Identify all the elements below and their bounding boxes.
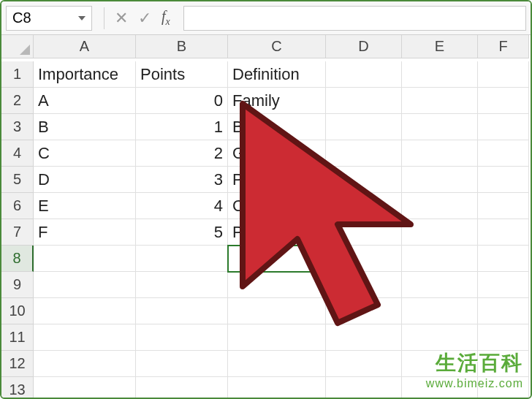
cell-B13[interactable] xyxy=(136,377,228,399)
cell-E5[interactable] xyxy=(402,167,478,193)
cell-E2[interactable] xyxy=(402,88,478,114)
cell-B6[interactable]: 4 xyxy=(136,193,228,219)
row-head-5[interactable]: 5 xyxy=(1,167,34,193)
cell-E1[interactable] xyxy=(402,61,478,88)
cell-A9[interactable] xyxy=(34,272,136,298)
cell-B2[interactable]: 0 xyxy=(136,88,228,114)
cell-F9[interactable] xyxy=(478,272,529,298)
cell-E4[interactable] xyxy=(402,140,478,167)
col-head-E[interactable]: E xyxy=(402,35,478,58)
cell-B9[interactable] xyxy=(136,272,228,298)
cell-C11[interactable] xyxy=(228,324,326,351)
cell-F8[interactable] xyxy=(478,246,529,272)
cell-F7[interactable] xyxy=(478,219,529,246)
cell-C9[interactable] xyxy=(228,272,326,298)
cell-A7[interactable]: F xyxy=(34,219,136,246)
row-head-13[interactable]: 13 xyxy=(1,377,34,399)
cell-F4[interactable] xyxy=(478,140,529,167)
cell-C4[interactable]: Girlfriend xyxy=(228,140,326,167)
spreadsheet-grid[interactable]: A B C D E F 1 Importance Points Definiti… xyxy=(1,35,531,399)
cell-D3[interactable] xyxy=(326,114,402,140)
cell-B8[interactable] xyxy=(136,246,228,272)
cell-D13[interactable] xyxy=(326,377,402,399)
cell-D12[interactable] xyxy=(326,351,402,377)
cell-C7[interactable]: Pets xyxy=(228,219,326,246)
cell-C10[interactable] xyxy=(228,298,326,324)
col-head-B[interactable]: B xyxy=(136,35,228,58)
cell-F3[interactable] xyxy=(478,114,529,140)
cell-B11[interactable] xyxy=(136,324,228,351)
row-head-8[interactable]: 8 xyxy=(1,246,34,272)
cell-A1[interactable]: Importance xyxy=(34,61,136,88)
cell-A4[interactable]: C xyxy=(34,140,136,167)
cell-C8[interactable] xyxy=(228,246,326,272)
cell-F11[interactable] xyxy=(478,324,529,351)
col-head-A[interactable]: A xyxy=(34,35,136,58)
row-head-6[interactable]: 6 xyxy=(1,193,34,219)
cell-F1[interactable] xyxy=(478,61,529,88)
select-all-corner[interactable] xyxy=(1,35,34,58)
cell-C3[interactable]: Bills xyxy=(228,114,326,140)
cell-B5[interactable]: 3 xyxy=(136,167,228,193)
cell-C2[interactable]: Family xyxy=(228,88,326,114)
cell-A2[interactable]: A xyxy=(34,88,136,114)
row-head-11[interactable]: 11 xyxy=(1,324,34,351)
cell-A10[interactable] xyxy=(34,298,136,324)
cell-C1[interactable]: Definition xyxy=(228,61,326,88)
cell-A13[interactable] xyxy=(34,377,136,399)
cell-B7[interactable]: 5 xyxy=(136,219,228,246)
cell-F2[interactable] xyxy=(478,88,529,114)
cell-A11[interactable] xyxy=(34,324,136,351)
cell-B10[interactable] xyxy=(136,298,228,324)
cell-E3[interactable] xyxy=(402,114,478,140)
cell-A5[interactable]: D xyxy=(34,167,136,193)
row-head-10[interactable]: 10 xyxy=(1,298,34,324)
cell-E8[interactable] xyxy=(402,246,478,272)
col-head-F[interactable]: F xyxy=(478,35,529,58)
cell-A3[interactable]: B xyxy=(34,114,136,140)
cell-E11[interactable] xyxy=(402,324,478,351)
row-head-4[interactable]: 4 xyxy=(1,140,34,167)
cell-A12[interactable] xyxy=(34,351,136,377)
name-box[interactable]: C8 xyxy=(6,6,92,31)
cell-D8[interactable] xyxy=(326,246,402,272)
cell-E10[interactable] xyxy=(402,298,478,324)
row-head-9[interactable]: 9 xyxy=(1,272,34,298)
cell-B4[interactable]: 2 xyxy=(136,140,228,167)
cell-C5[interactable]: PC xyxy=(228,167,326,193)
cell-C6[interactable]: Car xyxy=(228,193,326,219)
cell-D7[interactable] xyxy=(326,219,402,246)
row-head-3[interactable]: 3 xyxy=(1,114,34,140)
fx-icon[interactable]: fx xyxy=(162,8,170,28)
cell-D6[interactable] xyxy=(326,193,402,219)
cell-D2[interactable] xyxy=(326,88,402,114)
cell-B1[interactable]: Points xyxy=(136,61,228,88)
cell-D4[interactable] xyxy=(326,140,402,167)
cell-D5[interactable] xyxy=(326,167,402,193)
row-head-7[interactable]: 7 xyxy=(1,219,34,246)
cell-F6[interactable] xyxy=(478,193,529,219)
cell-F5[interactable] xyxy=(478,167,529,193)
cell-D1[interactable] xyxy=(326,61,402,88)
cell-F10[interactable] xyxy=(478,298,529,324)
cell-D9[interactable] xyxy=(326,272,402,298)
cell-E9[interactable] xyxy=(402,272,478,298)
cell-E7[interactable] xyxy=(402,219,478,246)
confirm-icon[interactable]: ✓ xyxy=(138,9,151,28)
cell-C12[interactable] xyxy=(228,351,326,377)
chevron-down-icon[interactable] xyxy=(78,16,86,20)
cell-B3[interactable]: 1 xyxy=(136,114,228,140)
cell-A6[interactable]: E xyxy=(34,193,136,219)
cell-D10[interactable] xyxy=(326,298,402,324)
col-head-D[interactable]: D xyxy=(326,35,402,58)
row-head-1[interactable]: 1 xyxy=(1,61,34,88)
cell-E6[interactable] xyxy=(402,193,478,219)
row-head-12[interactable]: 12 xyxy=(1,351,34,377)
cell-B12[interactable] xyxy=(136,351,228,377)
formula-input[interactable] xyxy=(183,6,526,31)
cancel-icon[interactable]: ✕ xyxy=(115,9,128,28)
cell-D11[interactable] xyxy=(326,324,402,351)
col-head-C[interactable]: C xyxy=(228,35,326,58)
row-head-2[interactable]: 2 xyxy=(1,88,34,114)
cell-A8[interactable] xyxy=(34,246,136,272)
